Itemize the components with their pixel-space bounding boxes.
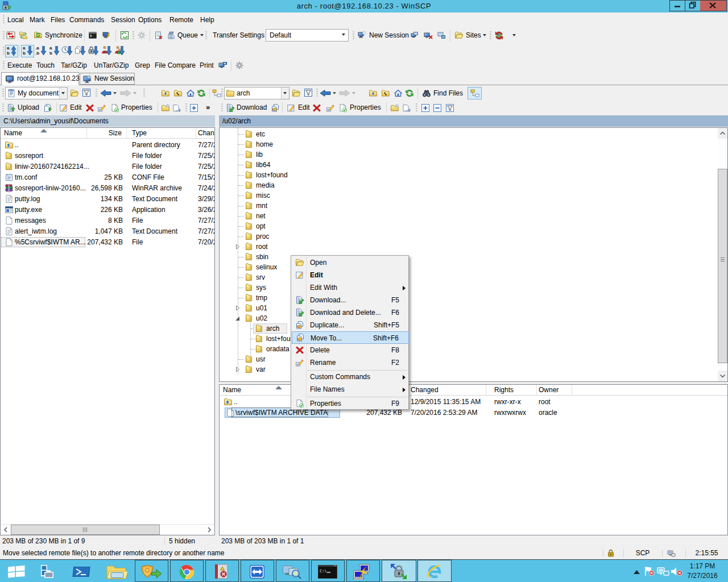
svg-text:C:\: C:\ xyxy=(320,569,327,573)
